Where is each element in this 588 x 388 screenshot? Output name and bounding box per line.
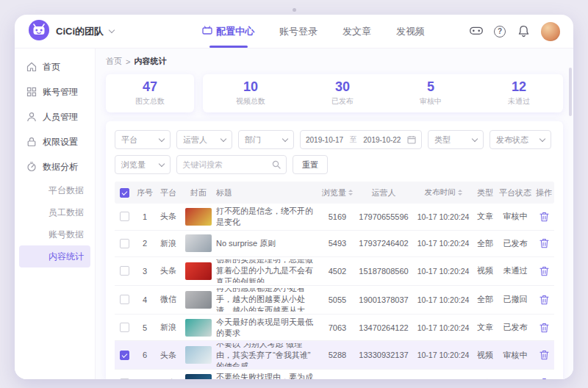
team-name: CiCi的团队: [56, 25, 104, 38]
stat-label: 已发布: [331, 96, 354, 107]
platform-select[interactable]: 平台: [115, 130, 171, 149]
row-type: 文章: [473, 211, 497, 222]
row-index: 3: [134, 267, 156, 276]
col-time[interactable]: 发布时间: [413, 187, 473, 198]
sidebar-item-home[interactable]: 首页: [15, 54, 95, 79]
table-row[interactable]: 4 微信 再大的愿景都是从小处着手，越大的图越要从小处请，越小的东西越要从大 5…: [115, 286, 554, 315]
sidebar-item-members[interactable]: 人员管理: [15, 104, 95, 129]
tab-publish-video[interactable]: 发视频: [396, 15, 425, 48]
sort-icon[interactable]: [348, 190, 353, 195]
table-row[interactable]: 7 百家 不要给失败找理由，要为成功找方向 2347 13129574512 1…: [115, 370, 554, 379]
tab-account-login[interactable]: 账号登录: [279, 15, 318, 48]
sidebar-item-permissions[interactable]: 权限设置: [15, 129, 95, 154]
row-checkbox[interactable]: [120, 239, 129, 248]
delete-button[interactable]: [539, 212, 549, 222]
search-icon[interactable]: [272, 160, 281, 169]
active-tab-indicator: [209, 46, 248, 48]
lock-icon: [26, 137, 37, 147]
row-status: 未通过: [497, 378, 534, 379]
tv-icon: [202, 26, 212, 37]
sidebar-sublabel: 员工数据: [49, 206, 84, 219]
delete-button[interactable]: [539, 295, 549, 305]
row-status: 审核中: [497, 211, 534, 222]
home-icon: [26, 62, 37, 72]
publish-status-select[interactable]: 发布状态: [490, 130, 551, 149]
delete-button[interactable]: [539, 238, 549, 248]
col-title: 标题: [216, 187, 320, 198]
row-time: 10-17 10:20:24: [413, 212, 473, 221]
content-table: 序号 平台 封面 标题 浏览量 运营人 发布时间 类型: [115, 182, 554, 379]
department-select[interactable]: 部门: [238, 130, 294, 149]
table-row[interactable]: 3 头条 创新的实质是理明，总是做算着心里的小九九是不会有真正的创新的 4502…: [115, 257, 554, 286]
operator-select[interactable]: 运营人: [176, 130, 232, 149]
tab-label: 发文章: [343, 25, 371, 38]
row-index: 5: [134, 323, 156, 332]
tab-publish-article[interactable]: 发文章: [343, 15, 371, 48]
keyword-search-input[interactable]: [182, 160, 272, 169]
row-checkbox[interactable]: [120, 378, 129, 379]
sidebar-subitem-account-data[interactable]: 账号数据: [19, 223, 90, 245]
bell-icon[interactable]: [517, 25, 530, 38]
reset-button[interactable]: 重置: [293, 155, 328, 174]
chevron-down-icon: [109, 27, 115, 33]
chrome-dot: [293, 8, 296, 12]
help-icon[interactable]: ?: [494, 26, 506, 37]
scrollbar-thumb[interactable]: [569, 68, 572, 116]
row-checkbox[interactable]: [120, 295, 129, 304]
breadcrumb-home[interactable]: 首页: [106, 56, 122, 67]
row-checkbox[interactable]: [120, 351, 129, 360]
views-select[interactable]: 浏览量: [115, 155, 171, 174]
app-logo-icon: [28, 19, 50, 44]
table-row[interactable]: 5 新浪 今天最好的表现是明天最低的要求 7063 13470264122 10…: [115, 315, 554, 342]
table-row[interactable]: 6 头条 不要以“为别人考虑”做理由，其实丢弃了“舍我其谁”的使命感 5288 …: [115, 341, 554, 370]
sidebar-item-accounts[interactable]: 账号管理: [15, 79, 95, 104]
select-all-checkbox[interactable]: [120, 188, 129, 198]
sidebar-subitem-staff-data[interactable]: 员工数据: [19, 201, 90, 223]
row-checkbox[interactable]: [120, 212, 129, 221]
content-panel: 平台 运营人 部门 2019-10-17 至 2019-10-22: [106, 121, 563, 379]
delete-button[interactable]: [539, 378, 549, 379]
sort-icon[interactable]: [458, 190, 462, 195]
col-type: 类型: [473, 187, 497, 198]
col-cover: 封面: [181, 187, 216, 198]
sidebar-item-analytics[interactable]: 数据分析: [15, 154, 95, 179]
top-nav: 配置中心 账号登录 发文章 发视频: [202, 15, 425, 48]
row-type: 视频: [473, 265, 497, 276]
select-value: 运营人: [183, 134, 207, 146]
row-time: 10-17 10:20:24: [413, 239, 473, 248]
delete-button[interactable]: [539, 266, 549, 276]
row-time: 10-17 10:20:24: [413, 267, 473, 276]
console-icon[interactable]: [470, 25, 483, 38]
row-checkbox[interactable]: [120, 266, 129, 276]
sidebar-subitem-content-stats[interactable]: 内容统计: [19, 245, 90, 267]
col-status: 平台状态: [497, 187, 534, 198]
stat-in-review: 5 审核中: [420, 80, 442, 107]
delete-button[interactable]: [539, 323, 549, 333]
row-platform: 头条: [156, 211, 181, 222]
row-views: 2347: [320, 378, 354, 379]
sidebar-label: 数据分析: [43, 161, 78, 173]
row-type: 文章: [473, 322, 497, 333]
row-index: 6: [134, 351, 156, 359]
type-select[interactable]: 类型: [428, 130, 484, 149]
user-avatar[interactable]: [541, 22, 560, 41]
row-cover: [185, 319, 212, 337]
date-join-label: 至: [350, 134, 357, 145]
row-views: 7063: [320, 323, 354, 332]
tab-config-center[interactable]: 配置中心: [202, 15, 254, 48]
row-checkbox[interactable]: [120, 323, 129, 332]
table-row[interactable]: 2 新浪 No surprise 原则 5493 17937246402 10-…: [115, 231, 554, 257]
row-views: 5055: [320, 295, 354, 304]
delete-button[interactable]: [539, 350, 549, 360]
team-switcher[interactable]: CiCi的团队: [28, 19, 114, 44]
sidebar-label: 权限设置: [43, 136, 78, 148]
date-range-picker[interactable]: 2019-10-17 至 2019-10-22: [300, 130, 422, 149]
col-views[interactable]: 浏览量: [320, 187, 354, 198]
table-row[interactable]: 1 头条 打不死的是信念，绕不开的是变化 5169 17970655596 10…: [115, 204, 554, 231]
tab-label: 账号登录: [279, 25, 318, 38]
stat-label: 视频总数: [236, 96, 265, 107]
col-operator: 运营人: [354, 187, 413, 198]
sidebar-subitem-platform-data[interactable]: 平台数据: [19, 179, 90, 201]
breadcrumb-current: 内容统计: [134, 56, 166, 67]
chevron-down-icon: [220, 135, 226, 141]
